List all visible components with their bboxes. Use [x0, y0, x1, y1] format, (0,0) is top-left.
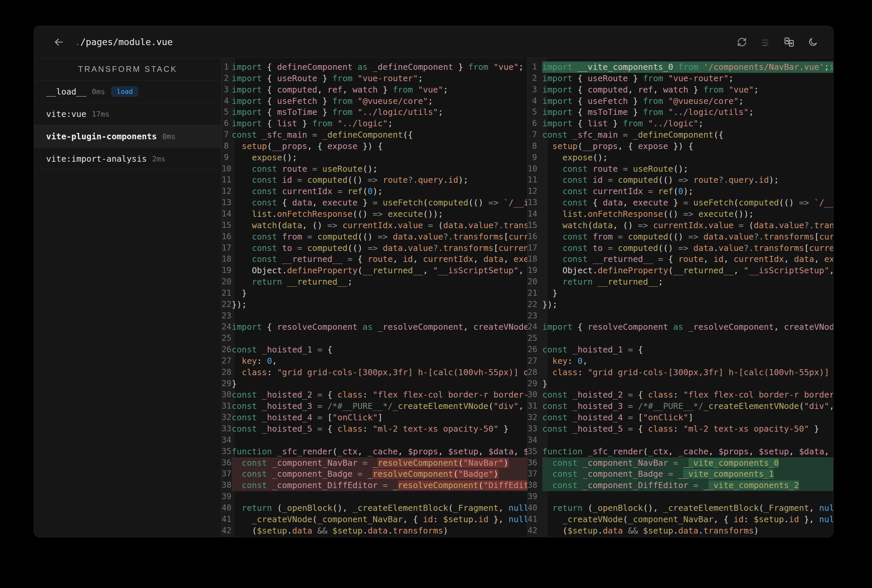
title-dot: .	[75, 37, 80, 47]
code-line: 22});	[528, 299, 833, 310]
line-number: 2	[528, 73, 542, 84]
code-text: const _component_DiffEditor = __vite_com…	[542, 480, 833, 491]
code-text: const _component_NavBar = _resolveCompon…	[232, 458, 527, 469]
line-number: 24	[528, 321, 542, 333]
code-text: import { useRoute } from "vue-router";	[232, 73, 527, 84]
dark-mode-toggle-button[interactable]	[808, 37, 818, 47]
line-number: 9	[222, 152, 232, 164]
line-number: 37	[222, 468, 232, 480]
code-text: function _sfc_render(_ctx, _cache, $prop…	[232, 446, 527, 458]
load-badge: load	[111, 86, 138, 97]
code-line: 18 const __returned__ = { route, id, cur…	[222, 254, 527, 265]
code-line: 7const _sfc_main = _defineComponent({	[528, 129, 833, 141]
line-number: 22	[528, 299, 542, 310]
line-number: 33	[528, 423, 542, 435]
line-number: 19	[528, 265, 542, 276]
line-number: 8	[528, 141, 542, 152]
code-text: _createVNode(_component_NavBar, { id: $s…	[232, 514, 527, 525]
code-panel-after[interactable]: 1import __vite_components_0 from '/compo…	[527, 58, 833, 537]
line-number: 10	[528, 164, 542, 175]
diff-view-toggle-button[interactable]	[784, 37, 794, 48]
code-text: const _hoisted_3 = /*#__PURE__*/_createE…	[232, 400, 527, 412]
code-line: 20 return __returned__;	[528, 276, 833, 288]
code-line: 26const _hoisted_1 = {	[222, 344, 527, 356]
code-text: import { resolveComponent as _resolveCom…	[542, 321, 833, 333]
code-text	[232, 333, 527, 344]
code-line: 10 const route = useRoute();	[222, 164, 527, 175]
transform-stack-item-vite-import-analysis[interactable]: vite:import-analysis2ms	[34, 148, 221, 170]
code-text: const _component_NavBar = __vite_compone…	[542, 458, 833, 469]
code-text: const to = computed(() => data.value?.tr…	[542, 243, 833, 254]
line-number: 25	[528, 333, 542, 344]
code-text: import { useRoute } from "vue-router";	[542, 73, 833, 84]
arrow-left-icon	[53, 36, 65, 48]
code-text: import { resolveComponent as _resolveCom…	[232, 321, 527, 333]
code-text: import { msToTime } from "../logic/utils…	[232, 106, 527, 118]
line-number: 26	[528, 344, 542, 356]
code-line: 6import { list } from "../logic";	[528, 118, 833, 129]
line-number: 8	[222, 141, 232, 152]
line-number: 36	[528, 458, 542, 469]
code-text: const to = computed(() => data.value?.tr…	[232, 243, 527, 254]
code-line: 32const _hoisted_4 = ["onClick"]	[222, 412, 527, 423]
code-text: const _component_DiffEditor = _resolveCo…	[232, 480, 527, 491]
code-line: 26const _hoisted_1 = {	[528, 344, 833, 356]
code-line: 40 return (_openBlock(), _createElementB…	[222, 502, 527, 514]
line-number: 20	[222, 276, 232, 288]
line-number: 38	[222, 480, 232, 491]
code-line: 28 class: "grid grid-cols-[300px,3fr] h-…	[222, 367, 527, 378]
line-number: 6	[528, 118, 542, 129]
header-actions	[737, 37, 818, 48]
code-text: const currentIdx = ref(0);	[542, 186, 833, 197]
line-number: 1	[528, 62, 542, 73]
line-number: 19	[222, 265, 232, 276]
code-text: setup(__props, { expose }) {	[542, 141, 833, 152]
refresh-button[interactable]	[737, 37, 747, 47]
code-line: 23	[222, 310, 527, 322]
line-number: 27	[528, 356, 542, 367]
code-text: const _hoisted_4 = ["onClick"]	[542, 412, 833, 423]
line-number: 35	[222, 446, 232, 458]
line-number: 30	[222, 389, 232, 400]
code-text: expose();	[232, 152, 527, 164]
code-text: const from = computed(() => data.value?.…	[232, 231, 527, 243]
code-line: 29}	[222, 378, 527, 390]
code-text: const _sfc_main = _defineComponent({	[542, 129, 833, 141]
line-number: 31	[528, 400, 542, 412]
code-line: 35function _sfc_render(_ctx, _cache, $pr…	[222, 446, 527, 458]
line-number: 41	[222, 514, 232, 525]
code-line: 6import { list } from "../logic";	[222, 118, 527, 129]
code-line: 17 const to = computed(() => data.value?…	[222, 243, 527, 254]
line-number: 5	[222, 106, 232, 118]
line-wrap-toggle-button[interactable]	[760, 37, 770, 47]
transform-stack-item-load[interactable]: __load__0msload	[34, 81, 221, 103]
code-line: 38 const _component_DiffEditor = __vite_…	[528, 480, 833, 491]
code-line: 42 ($setup.data && $setup.data.transform…	[528, 525, 833, 537]
transform-stack-item-vite-vue[interactable]: vite:vue17ms	[34, 103, 221, 125]
code-line: 37 const _component_Badge = _resolveComp…	[222, 468, 527, 480]
line-number: 26	[222, 344, 232, 356]
code-text	[542, 310, 833, 322]
line-number: 11	[528, 174, 542, 186]
plugin-time: 0ms	[92, 87, 105, 96]
code-text: function _sfc_render(_ctx, _cache, $prop…	[542, 446, 833, 458]
line-number: 7	[528, 129, 542, 141]
transform-stack-item-vite-plugin-components[interactable]: vite-plugin-components0ms	[34, 125, 221, 148]
code-text: _createVNode(_component_NavBar, { id: $s…	[542, 514, 833, 525]
code-line: 29}	[528, 378, 833, 390]
transform-stack-list: __load__0msloadvite:vue17msvite-plugin-c…	[34, 81, 221, 170]
code-text: const _hoisted_4 = ["onClick"]	[232, 412, 527, 423]
code-line: 12 const currentIdx = ref(0);	[528, 186, 833, 197]
line-number: 17	[222, 243, 232, 254]
code-text: watch(data, () => currentIdx.value = (da…	[542, 220, 833, 231]
code-line: 9 expose();	[528, 152, 833, 164]
code-text: import { list } from "../logic";	[542, 118, 833, 129]
code-line: 19 Object.defineProperty(__returned__, "…	[222, 265, 527, 276]
code-line: 30const _hoisted_2 = { class: "flex flex…	[222, 389, 527, 400]
code-text: const id = computed(() => route?.query.i…	[232, 174, 527, 186]
code-text: const _hoisted_1 = {	[542, 344, 833, 356]
code-panel-before[interactable]: 1import { defineComponent as _defineComp…	[221, 58, 527, 537]
back-button[interactable]	[53, 36, 65, 48]
code-text: }	[542, 288, 833, 299]
code-line: 39	[528, 491, 833, 502]
